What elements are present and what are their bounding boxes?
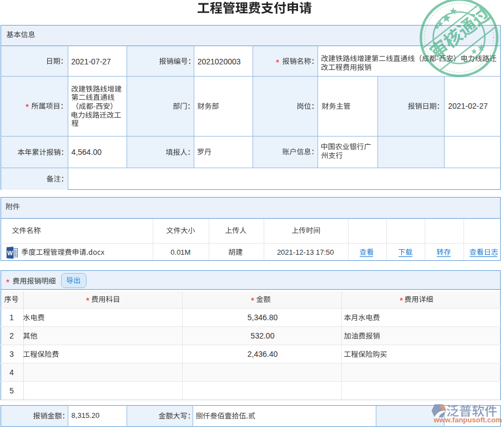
svg-text:W: W	[7, 250, 13, 256]
